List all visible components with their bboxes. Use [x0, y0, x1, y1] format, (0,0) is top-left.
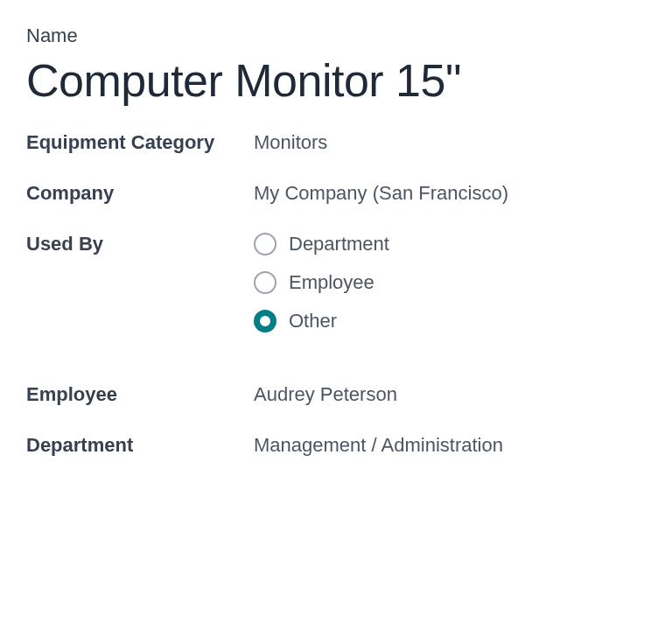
equipment-category-row: Equipment Category Monitors [26, 131, 646, 154]
radio-circle-icon [254, 310, 276, 332]
used-by-row: Used By Department Employee Other [26, 233, 646, 332]
radio-option-department[interactable]: Department [254, 233, 389, 256]
equipment-category-label: Equipment Category [26, 131, 254, 154]
company-label: Company [26, 182, 254, 205]
radio-circle-icon [254, 271, 276, 294]
used-by-radio-group: Department Employee Other [254, 233, 389, 332]
department-label: Department [26, 434, 254, 457]
department-row: Department Management / Administration [26, 434, 646, 457]
radio-option-other[interactable]: Other [254, 310, 389, 332]
radio-label-other: Other [289, 310, 337, 332]
employee-value[interactable]: Audrey Peterson [254, 383, 397, 406]
employee-row: Employee Audrey Peterson [26, 383, 646, 406]
radio-circle-icon [254, 233, 276, 256]
radio-label-department: Department [289, 233, 389, 256]
employee-label: Employee [26, 383, 254, 406]
department-value[interactable]: Management / Administration [254, 434, 503, 457]
equipment-category-value[interactable]: Monitors [254, 131, 327, 154]
name-label: Name [26, 24, 646, 47]
company-value[interactable]: My Company (San Francisco) [254, 182, 508, 205]
radio-option-employee[interactable]: Employee [254, 271, 389, 294]
name-value[interactable]: Computer Monitor 15" [26, 54, 646, 107]
radio-label-employee: Employee [289, 271, 374, 294]
company-row: Company My Company (San Francisco) [26, 182, 646, 205]
used-by-label: Used By [26, 233, 254, 256]
